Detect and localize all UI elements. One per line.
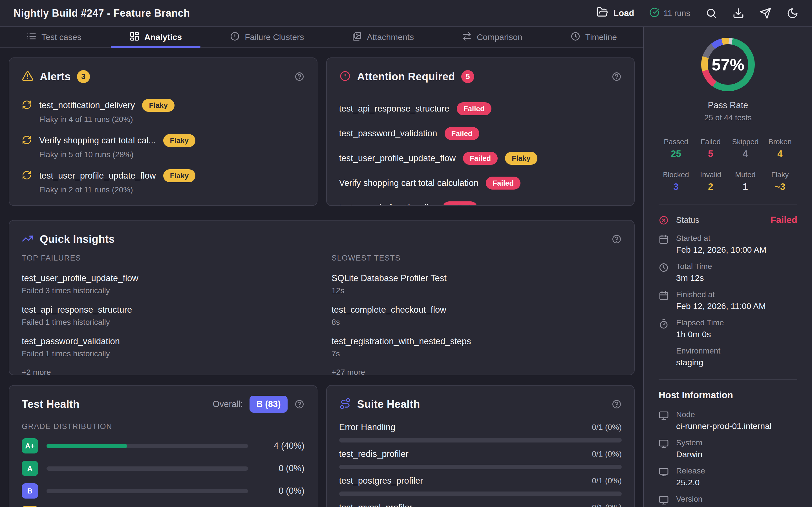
pass-rate-label: Pass Rate [659, 100, 797, 110]
top-failure-item[interactable]: test_password_validation Failed 1 times … [22, 336, 312, 358]
clock-icon [570, 31, 580, 43]
monitor-icon [659, 438, 670, 459]
failure-count: Failed 1 times historically [22, 349, 312, 358]
active-tab-underline [111, 46, 200, 48]
runs-count-chip[interactable]: 11 runs [649, 7, 690, 19]
grade-badge: A [22, 461, 38, 476]
status-value: Failed [770, 215, 797, 225]
environment-row: Environment staging [659, 346, 797, 367]
attention-list-item[interactable]: test_search_functionality Failed [339, 201, 622, 206]
tab-label: Attachments [367, 33, 414, 42]
grade-badge: B [22, 483, 38, 499]
suite-pass-ratio: 0/1 (0%) [592, 450, 622, 459]
slowest-tests-column: SLOWEST TESTS SQLite Database Profiler T… [332, 254, 622, 375]
slowest-tests-more-link[interactable]: +27 more [332, 368, 622, 375]
status-row: Status Failed [659, 215, 797, 225]
tab-comparison[interactable]: Comparison [443, 27, 541, 47]
top-failure-item[interactable]: test_user_profile_update_flow Failed 3 t… [22, 273, 312, 295]
test-duration: 8s [332, 318, 622, 327]
tab-attachments[interactable]: Attachments [333, 27, 433, 47]
send-icon[interactable] [760, 7, 771, 19]
refresh-cycle-icon [22, 135, 32, 146]
tab-label: Test cases [42, 33, 82, 42]
suite-name: test_mysql_profiler [339, 503, 412, 507]
suite-name: test_redis_profiler [339, 449, 409, 459]
started-at-row: Started at Feb 12, 2026, 10:00 AM [659, 234, 797, 255]
dark-mode-moon-icon[interactable] [786, 7, 799, 19]
slowest-test-item[interactable]: SQLite Database Profiler Test 12s [332, 273, 622, 295]
top-failures-more-link[interactable]: +2 more [22, 368, 312, 375]
help-icon[interactable] [612, 71, 622, 82]
test-name: test_user_profile_update_flow [339, 153, 456, 163]
attention-list-item[interactable]: Verify shopping cart total calculation F… [339, 176, 622, 190]
grade-value: 0 (0%) [257, 463, 305, 473]
stat-failed: Failed 5 [693, 137, 728, 159]
slowest-test-item[interactable]: test_complete_checkout_flow 8s [332, 305, 622, 327]
tab-test-cases[interactable]: Test cases [8, 27, 100, 47]
stat-passed: Passed 25 [659, 137, 693, 159]
help-icon[interactable] [294, 399, 305, 409]
alert-list-item[interactable]: test_user_profile_update_flow Flaky Flak… [22, 169, 305, 194]
test-name: test_user_profile_update_flow [39, 171, 156, 181]
suite-row[interactable]: test_mysql_profiler 0/1 (0%) [339, 503, 622, 507]
attention-title: Attention Required [357, 71, 455, 83]
host-system-row: System Darwin [659, 438, 797, 459]
test-name: test_notification_delivery [39, 100, 135, 110]
attention-list-item[interactable]: test_user_profile_update_flow Failed Fla… [339, 152, 622, 165]
stat-skipped: Skipped 4 [728, 137, 763, 159]
test-name: test_password_validation [339, 128, 437, 138]
runs-count-label: 11 runs [663, 9, 690, 18]
slowest-test-item[interactable]: test_registration_with_nested_steps 7s [332, 336, 622, 358]
stat-invalid: Invalid 2 [693, 170, 728, 192]
dashboard-grid-icon [130, 31, 140, 43]
suite-name: Error Handling [339, 422, 396, 432]
flaky-badge: Flaky [163, 134, 196, 147]
failed-badge: Failed [457, 102, 492, 115]
tab-label: Comparison [477, 33, 522, 42]
load-button[interactable]: Load [596, 6, 634, 20]
suite-bar [339, 438, 622, 443]
tab-timeline[interactable]: Timeline [552, 27, 636, 47]
app-bar: Nightly Build #247 - Feature Branch Load… [0, 0, 812, 27]
suite-pass-ratio: 0/1 (0%) [592, 503, 622, 507]
help-icon[interactable] [294, 71, 305, 82]
top-failure-item[interactable]: test_api_response_structure Failed 1 tim… [22, 305, 312, 327]
suite-bar [339, 492, 622, 496]
help-icon[interactable] [612, 399, 622, 409]
suite-row[interactable]: test_postgres_profiler 0/1 (0%) [339, 476, 622, 496]
divider [659, 379, 797, 380]
attention-required-card: Attention Required 5 test_api_response_s… [326, 57, 635, 206]
top-failures-column: TOP FAILURES test_user_profile_update_fl… [22, 254, 312, 375]
pass-rate-donut-chart: 57% [701, 38, 755, 91]
test-name: test_registration_with_nested_steps [332, 336, 622, 346]
test-health-card: Test Health Overall: B (83) GRADE DISTRI… [9, 385, 317, 507]
stat-blocked: Blocked 3 [659, 170, 693, 192]
attention-list-item[interactable]: test_password_validation Failed [339, 127, 622, 140]
refresh-cycle-icon [22, 100, 32, 111]
test-name: test_search_functionality [339, 203, 435, 206]
suite-pass-ratio: 0/1 (0%) [592, 476, 622, 485]
main-content: Alerts 3 test_notification_delivery Flak… [0, 48, 644, 507]
test-name: test_api_response_structure [339, 104, 449, 114]
tab-failure-clusters[interactable]: Failure Clusters [211, 27, 322, 47]
alert-list-item[interactable]: Verify shopping cart total cal... Flaky … [22, 134, 305, 159]
failed-badge: Failed [445, 127, 479, 140]
test-name: SQLite Database Profiler Test [332, 273, 622, 283]
host-information-title: Host Information [659, 390, 797, 400]
alert-list-item[interactable]: test_notification_delivery Flaky Flaky i… [22, 99, 305, 124]
suite-row[interactable]: test_redis_profiler 0/1 (0%) [339, 449, 622, 469]
test-duration: 7s [332, 349, 622, 358]
tab-analytics[interactable]: Analytics [111, 27, 200, 47]
attention-list-item[interactable]: test_api_response_structure Failed [339, 102, 622, 115]
flaky-badge: Flaky [142, 99, 174, 112]
suite-row[interactable]: Error Handling 0/1 (0%) [339, 422, 622, 443]
list-icon [27, 31, 37, 43]
help-icon[interactable] [612, 234, 622, 244]
host-node-row: Node ci-runner-prod-01.internal [659, 410, 797, 431]
grade-row: C 4 (40%) [22, 506, 305, 507]
slowest-tests-label: SLOWEST TESTS [332, 254, 622, 263]
trending-up-icon [22, 233, 34, 245]
route-branch-icon [339, 398, 351, 411]
search-icon[interactable] [705, 7, 717, 19]
download-icon[interactable] [732, 7, 744, 19]
